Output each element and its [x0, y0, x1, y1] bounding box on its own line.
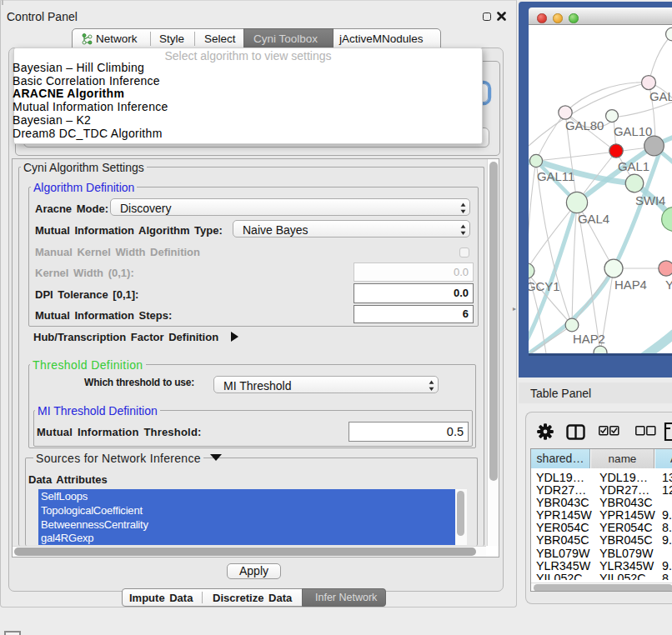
svg-text:GAL10: GAL10 — [614, 125, 652, 138]
svg-text:SWI4: SWI4 — [635, 194, 665, 208]
svg-text:GAL1: GAL1 — [618, 160, 649, 173]
svg-text:GAL80: GAL80 — [565, 119, 604, 132]
svg-text:HAP4: HAP4 — [614, 278, 647, 292]
svg-text:HAP2: HAP2 — [573, 332, 605, 346]
svg-text:GAL: GAL — [649, 90, 672, 103]
svg-text:GAL4: GAL4 — [578, 212, 609, 226]
svg-text:GAL11: GAL11 — [537, 170, 574, 183]
svg-text:Y: Y — [665, 278, 672, 292]
svg-text:GCY1: GCY1 — [529, 280, 560, 293]
